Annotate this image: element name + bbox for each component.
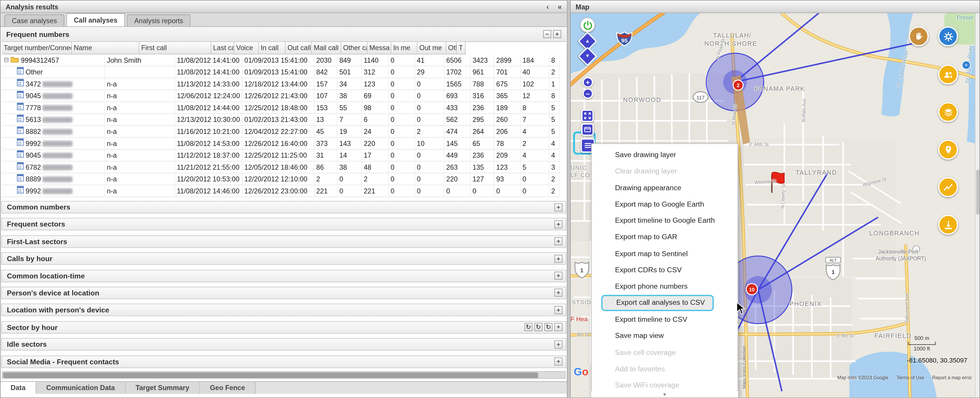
terms-link[interactable]: Terms of Use	[897, 375, 924, 380]
expand-section-icon[interactable]: +	[554, 323, 562, 331]
section-header[interactable]: Sector by hour ↻ ↻ ↻ +	[1, 321, 566, 334]
menu-item[interactable]: Cl​ear drawing layer	[592, 163, 738, 179]
refresh-icon[interactable]: ↻	[524, 323, 533, 331]
collapse-panel-icon[interactable]: ‹	[546, 2, 549, 11]
popout-section-icon[interactable]: +	[553, 30, 561, 38]
section-header[interactable]: Calls by hour ↻ ↻ ↻ +	[1, 253, 566, 265]
info-icon[interactable]: i	[913, 246, 920, 253]
refresh-icon[interactable]: ↻	[544, 323, 552, 331]
menu-item[interactable]: Save cell coverage	[592, 344, 738, 361]
expand-section-icon[interactable]: +	[554, 272, 562, 280]
expand-section-icon[interactable]: +	[554, 255, 562, 263]
column-header[interactable]: Last call	[211, 42, 234, 54]
table-row[interactable]: ⊟ 3472 n-a 11/13/2012 14:33:00 12/18/201…	[2, 78, 560, 90]
add-layer-button[interactable]: +	[962, 61, 970, 69]
analysis-tab[interactable]: Analysis reports	[127, 14, 191, 26]
column-header[interactable]: In me	[391, 42, 418, 54]
column-header[interactable]: In call	[259, 42, 286, 54]
frequent-numbers-header[interactable]: Frequent numbers − +	[1, 27, 566, 42]
column-header[interactable]: Voice	[234, 42, 259, 54]
map-settings-button[interactable]	[938, 26, 958, 46]
minimize-section-icon[interactable]: −	[543, 30, 551, 38]
table-row[interactable]: ⊟ 8882 n-a 11/16/2012 10:21:00 12/04/201…	[2, 126, 560, 138]
table-row[interactable]: ⊟ Other 11/08/2012 14:41:00 01/09/2013 1…	[2, 66, 560, 78]
menu-item[interactable]: Export CDRs to CSV	[592, 262, 738, 278]
menu-item[interactable]: Add to favorites	[592, 361, 738, 377]
section-header[interactable]: Frequent sectors ↻ ↻ ↻ +	[1, 218, 566, 231]
column-header[interactable]: Mail call	[312, 42, 341, 54]
tree-collapse-icon[interactable]: ⊟	[4, 57, 9, 63]
section-header[interactable]: Person's device at location ↻ ↻ ↻ +	[1, 287, 566, 299]
scrollbar-thumb[interactable]	[976, 170, 979, 215]
section-header[interactable]: Common location-time ↻ ↻ ↻ +	[1, 270, 566, 282]
cell-count-badge[interactable]: 2	[733, 80, 743, 90]
table-row[interactable]: ⊟ 9045 n-a 12/06/2012 12:24:00 12/26/201…	[2, 90, 560, 102]
menu-item[interactable]: Save map view	[592, 328, 738, 344]
menu-item[interactable]: Save drawing layer	[592, 147, 738, 163]
table-row[interactable]: ⊟ 9992 n-a 11/08/2012 14:46:00 12/26/201…	[2, 185, 560, 197]
expand-section-icon[interactable]: +	[554, 203, 562, 211]
menu-item[interactable]: Export map to Google Earth	[592, 196, 738, 212]
locations-button[interactable]	[938, 139, 958, 160]
horizontal-scrollbar[interactable]	[2, 371, 565, 379]
section-header[interactable]: Common numbers ↻ ↻ ↻ +	[1, 201, 566, 214]
targets-button[interactable]	[938, 64, 958, 85]
table-row[interactable]: ⊟ 9992 n-a 11/08/2012 14:53:00 12/26/201…	[2, 138, 560, 150]
bottom-tab[interactable]: Communication Data	[36, 382, 126, 394]
menu-item[interactable]: Save WiFi coverage	[592, 377, 738, 393]
map-area[interactable]: 2 10 95 117 1	[571, 13, 979, 397]
section-header[interactable]: First-Last sectors ↻ ↻ ↻ +	[1, 235, 566, 248]
column-header[interactable]: Other ca	[341, 42, 368, 54]
table-row[interactable]: ⊟ 9045 n-a 11/12/2012 18:37:00 12/25/201…	[2, 149, 560, 161]
menu-item[interactable]: Export map to Sentinel	[592, 245, 738, 262]
map-vertical-scrollbar[interactable]	[975, 13, 979, 397]
table-row[interactable]: ⊟ 8889 n-a 11/20/2012 10:53:00 12/20/201…	[2, 174, 560, 185]
panel-card-button[interactable]	[581, 123, 594, 136]
section-header[interactable]: Location with person's device ↻ ↻ ↻ +	[1, 304, 566, 316]
bottom-tab[interactable]: Data	[1, 382, 36, 394]
menu-item[interactable]: Export timeline to Google Earth	[592, 212, 738, 229]
scrollbar-thumb[interactable]	[3, 372, 538, 378]
section-header[interactable]: Social Media - Frequent contacts ↻ ↻ ↻ +	[1, 355, 566, 368]
fit-view-button[interactable]	[581, 110, 594, 122]
gps-power-button[interactable]	[580, 18, 595, 32]
column-header[interactable]: Out call	[286, 42, 312, 54]
export-button[interactable]	[938, 215, 958, 235]
layers-button[interactable]	[938, 102, 958, 122]
column-header[interactable]: Name	[72, 42, 140, 54]
column-header[interactable]: Other m	[446, 42, 457, 54]
column-header[interactable]: Target number/Connected to	[2, 42, 72, 54]
zoom-in-button[interactable]: +	[582, 77, 593, 88]
table-row[interactable]: ⊟ 9994312457 John Smith 11/08/2012 14:41…	[2, 54, 560, 67]
expand-section-icon[interactable]: +	[554, 289, 562, 297]
column-header[interactable]: First call	[139, 42, 211, 54]
expand-section-icon[interactable]: +	[554, 306, 562, 314]
column-header[interactable]: T	[457, 42, 465, 54]
hand-tool-button[interactable]	[908, 26, 929, 46]
expand-section-icon[interactable]: +	[554, 340, 562, 348]
menu-item[interactable]: Export timeline to CSV	[592, 311, 738, 328]
expand-section-icon[interactable]: +	[554, 221, 562, 229]
menu-scroll-indicator[interactable]: ▾	[591, 391, 738, 397]
table-row[interactable]: ⊟ 5613 n-a 12/13/2012 10:30:00 01/02/201…	[2, 114, 560, 126]
menu-item[interactable]: Export map to GAR	[592, 229, 738, 245]
timeline-chart-button[interactable]	[938, 177, 958, 197]
zoom-out-button[interactable]: −	[582, 88, 593, 99]
table-row[interactable]: ⊟ 6782 n-a 11/21/2012 21:55:00 12/05/201…	[2, 161, 560, 174]
cell-count-badge[interactable]: 10	[746, 284, 757, 295]
bottom-tab[interactable]: Geo Fence	[200, 382, 256, 394]
menu-item[interactable]: Export call analyses to CSV	[601, 294, 714, 311]
analysis-tab[interactable]: Call analyses	[67, 13, 125, 26]
analysis-tab[interactable]: Case analyses	[5, 14, 64, 26]
menu-item[interactable]: Export phone numbers	[592, 278, 738, 294]
menu-item[interactable]: Drawing appearance	[592, 179, 738, 196]
expand-section-icon[interactable]: +	[554, 237, 562, 246]
table-row[interactable]: ⊟ 7778 n-a 11/08/2012 14:44:00 12/25/201…	[2, 102, 560, 114]
bottom-tab[interactable]: Target Summary	[126, 382, 200, 394]
collapse-all-panel-icon[interactable]: «	[558, 2, 562, 11]
refresh-icon[interactable]: ↻	[535, 323, 542, 331]
column-header[interactable]: Messa	[368, 42, 391, 54]
expand-section-icon[interactable]: +	[554, 358, 562, 366]
report-error-link[interactable]: Report a map error	[932, 375, 972, 380]
section-header[interactable]: Idle sectors ↻ ↻ ↻ +	[1, 338, 566, 351]
